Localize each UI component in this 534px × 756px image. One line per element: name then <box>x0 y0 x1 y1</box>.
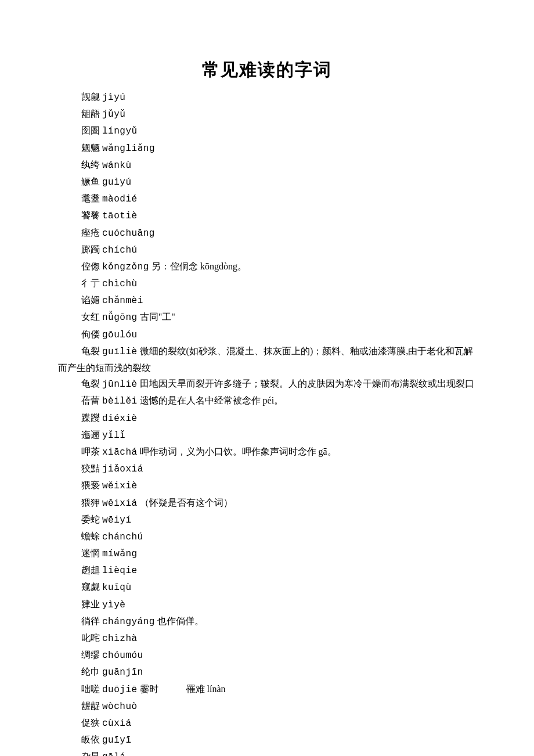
pinyin-text: wánkù <box>102 160 132 171</box>
entries-list: 觊觎 jìyú龃龉 jǔyǔ囹圄 língyǔ魍魉 wǎngliǎng纨绔 wá… <box>58 89 476 756</box>
pinyin-text: cuóchuāng <box>102 228 155 239</box>
pinyin-text: wěixiè <box>102 481 138 491</box>
pinyin-text: jìyú <box>102 92 125 103</box>
pinyin-text: lièqie <box>102 566 138 576</box>
word-entry: 谄媚 chǎnmèi <box>58 292 476 309</box>
word-entry: 肄业 yìyè <box>58 596 476 613</box>
word-entry: 纶巾 guānjīn <box>58 664 476 681</box>
word-entry: 委蛇 wēiyí <box>58 512 476 528</box>
word-entry: 促狭 cùxiá <box>58 715 476 732</box>
hanzi-text: 蹀躞 <box>81 413 100 423</box>
pinyin-text: cùxiá <box>102 718 132 729</box>
word-entry: 龃龉 jǔyǔ <box>58 106 476 123</box>
word-entry: 叱咤 chìzhà <box>58 630 476 647</box>
word-entry: 迷惘 míwǎng <box>58 545 476 562</box>
note-text: 遗憾的是在人名中经常被念作 péi。 <box>140 395 284 405</box>
hanzi-text: 龌龊 <box>81 701 100 711</box>
document-page: 常见难读的字词 觊觎 jìyú龃龉 jǔyǔ囹圄 língyǔ魍魉 wǎngli… <box>0 0 534 756</box>
hanzi-text: 蓓蕾 <box>81 395 100 405</box>
hanzi-text: 女红 <box>81 312 100 322</box>
pinyin-text: kuīqù <box>102 582 132 593</box>
hanzi-text: 咄嗟 <box>81 684 100 694</box>
pinyin-text: chíchú <box>102 245 138 255</box>
hanzi-text: 窥觑 <box>81 582 100 592</box>
word-entry: 蓓蕾 bèilěi 遗憾的是在人名中经常被念作 péi。 <box>58 393 476 409</box>
pinyin-text: xiāchá <box>102 447 138 458</box>
pinyin-text: chángyáng <box>102 617 155 627</box>
word-entry: 彳亍 chìchù <box>58 275 476 292</box>
note-text: 另：倥侗念 kōngdòng。 <box>151 261 247 271</box>
word-entry: 窥觑 kuīqù <box>58 579 476 596</box>
hanzi-text: 龟裂 <box>81 379 100 388</box>
word-entry: 踯躅 chíchú <box>58 242 476 258</box>
word-entry: 龟裂 guīliè 微细的裂纹(如砂浆、混凝土、抹灰面上的)；颜料、釉或油漆薄膜… <box>58 343 476 376</box>
hanzi-text: 猥亵 <box>81 480 100 490</box>
word-entry: 囹圄 língyǔ <box>58 123 476 139</box>
hanzi-text: 魍魉 <box>81 143 100 153</box>
pinyin-text: diéxiè <box>102 413 138 424</box>
word-entry: 蹀躞 diéxiè <box>58 410 476 427</box>
hanzi-text: 龃龉 <box>81 109 100 118</box>
pinyin-text: guīliè <box>102 347 138 357</box>
hanzi-text: 徜徉 <box>81 616 100 626</box>
hanzi-text: 旮旯 <box>81 751 100 756</box>
hanzi-text: 耄耋 <box>81 193 100 203</box>
pinyin-text: chóumóu <box>102 650 143 661</box>
hanzi-text: 囹圄 <box>81 125 100 135</box>
word-entry: 猥亵 wěixiè <box>58 477 476 494</box>
hanzi-text: 纶巾 <box>81 667 100 676</box>
word-entry: 皈依 guīyī <box>58 732 476 748</box>
word-entry: 痤疮 cuóchuāng <box>58 225 476 242</box>
word-entry: 呷茶 xiāchá 呷作动词，义为小口饮。呷作象声词时念作 gā。 <box>58 444 476 460</box>
pinyin-text: chánchú <box>102 532 143 542</box>
hanzi-text: 彳亍 <box>81 278 100 288</box>
hanzi-text: 呷茶 <box>81 447 100 456</box>
word-entry: 饕餮 tāotiè <box>58 207 476 224</box>
pinyin-text: jǔyǔ <box>102 109 125 120</box>
hanzi-text: 鳜鱼 <box>81 177 100 186</box>
pinyin-text: chìchù <box>102 279 138 289</box>
pinyin-text: kǒngzǒng <box>102 262 149 272</box>
hanzi-text: 委蛇 <box>81 514 100 524</box>
word-entry: 纨绔 wánkù <box>58 157 476 174</box>
hanzi-text: 趔趄 <box>81 565 100 575</box>
hanzi-text: 皈依 <box>81 735 100 744</box>
word-entry: 龟裂 jūnliè 田地因天旱而裂开许多缝子；皲裂。人的皮肤因为寒冷干燥而布满裂… <box>58 376 476 393</box>
word-entry: 魍魉 wǎngliǎng <box>58 140 476 157</box>
hanzi-text: 倥偬 <box>81 261 100 271</box>
word-entry: 鳜鱼 guìyú <box>58 174 476 190</box>
hanzi-text: 龟裂 <box>81 346 100 356</box>
word-entry: 咄嗟 duōjiē 霎时 罹难 línàn <box>58 681 476 698</box>
pinyin-text: língyǔ <box>102 126 138 136</box>
word-entry: 觊觎 jìyú <box>58 89 476 106</box>
hanzi-text: 促狭 <box>81 718 100 728</box>
word-entry: 龌龊 wòchuò <box>58 698 476 715</box>
note-text: 霎时 罹难 línàn <box>140 684 226 694</box>
note-text: 古同"工" <box>140 312 175 322</box>
pinyin-text: míwǎng <box>102 549 138 559</box>
pinyin-text: wēiyí <box>102 515 132 525</box>
hanzi-text: 迤逦 <box>81 430 100 440</box>
word-entry: 狡黠 jiǎoxiá <box>58 460 476 477</box>
word-entry: 女红 nǚgōng 古同"工" <box>58 309 476 326</box>
pinyin-text: guānjīn <box>102 667 143 678</box>
pinyin-text: wěixiá <box>102 498 138 509</box>
hanzi-text: 痤疮 <box>81 228 100 237</box>
pinyin-text: gālá <box>102 752 125 756</box>
word-entry: 佝偻 gōulóu <box>58 326 476 343</box>
hanzi-text: 绸缪 <box>81 650 100 660</box>
pinyin-text: nǚgōng <box>102 312 138 323</box>
pinyin-text: chǎnmèi <box>102 296 143 306</box>
pinyin-text: wòchuò <box>102 701 138 712</box>
hanzi-text: 觊觎 <box>81 92 100 102</box>
hanzi-text: 蟾蜍 <box>81 531 100 541</box>
note-text: 呷作动词，义为小口饮。呷作象声词时念作 gā。 <box>140 447 337 456</box>
word-entry: 趔趄 lièqie <box>58 562 476 579</box>
hanzi-text: 纨绔 <box>81 160 100 170</box>
word-entry: 迤逦 yǐlǐ <box>58 427 476 444</box>
pinyin-text: guìyú <box>102 177 132 188</box>
hanzi-text: 迷惘 <box>81 548 100 558</box>
pinyin-text: duōjiē <box>102 685 138 695</box>
pinyin-text: tāotiè <box>102 211 138 221</box>
pinyin-text: yìyè <box>102 600 125 610</box>
